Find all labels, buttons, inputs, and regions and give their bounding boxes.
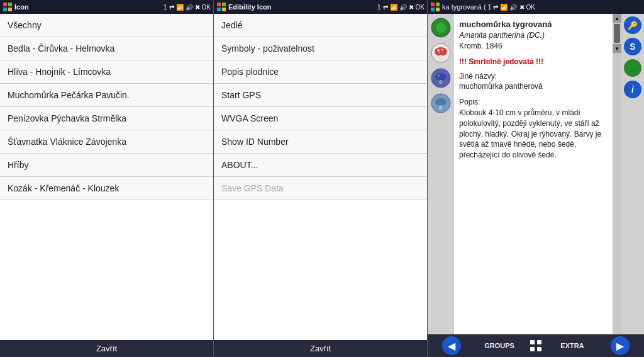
menu-item-save-gps: Save GPS Data [214, 177, 427, 200]
list-item-kozak[interactable]: Kozák - Křemenáč - Klouzek [0, 177, 213, 200]
panel-edibility: Edibility Icon 1 ⇄ 📶 🔊 ✖ OK Jedlé Symbol… [214, 0, 428, 357]
mushroom-dark-icon [431, 68, 451, 88]
list-item-muchomurka[interactable]: Muchomůrka Pečárka Pavučin. [0, 84, 213, 107]
panel1-close-button[interactable]: Zavřít [0, 340, 213, 357]
ok-icon-1: OK [202, 4, 211, 11]
transfer-icon-1: ⇄ [169, 4, 174, 11]
detail-warning: !!! Smrtelně jedovatá !!! [459, 57, 608, 67]
panel-icon: Icon 1 ⇄ 📶 🔊 ✖ OK Všechny Bedla - Čirůvk… [0, 0, 214, 357]
menu-item-show-id[interactable]: Show ID Number [214, 130, 427, 154]
svg-rect-30 [537, 347, 541, 351]
signal-3: 1 [488, 4, 492, 11]
key-button[interactable]: 🔑 [624, 16, 641, 34]
mushroom-color-icon [431, 43, 451, 63]
cross-icon-3: ✖ [519, 4, 525, 11]
detail-alt-names: muchomůrka pantherová [459, 82, 543, 91]
menu-item-wvga[interactable]: WVGA Screen [214, 107, 427, 130]
scrollbar-up-button[interactable]: ▲ [613, 14, 621, 23]
windows-logo-2 [216, 2, 226, 12]
svg-point-21 [435, 73, 447, 81]
svg-rect-29 [530, 347, 535, 351]
ok-icon-2: OK [416, 4, 425, 11]
svg-rect-0 [3, 3, 7, 6]
menu-item-about[interactable]: ABOUT... [214, 154, 427, 177]
panel2-close-button[interactable]: Zavřít [214, 340, 427, 357]
svg-point-13 [436, 23, 446, 33]
svg-point-15 [435, 47, 447, 56]
extra-label[interactable]: EXTRA [548, 342, 596, 349]
forward-nav-button[interactable]: ▶ [596, 336, 644, 355]
ok-icon-3: OK [526, 4, 535, 11]
detail-alt-names-block: Jiné názvy: muchomůrka pantherová [459, 71, 608, 93]
info-button[interactable]: i [624, 81, 641, 98]
panel2-list: Jedlé Symboly - poživatelnost Popis plod… [214, 14, 427, 340]
svg-rect-10 [431, 8, 435, 11]
detail-name-block: muchomůrka tygrovaná Amanita pantherina … [459, 19, 608, 52]
detail-sidebar-icons: 🔑 S 🌲 i [621, 14, 644, 334]
panel2-statusbar: Edibility Icon 1 ⇄ 📶 🔊 ✖ OK [214, 0, 427, 14]
transfer-icon-3: ⇄ [493, 4, 498, 11]
cross-icon-2: ✖ [409, 4, 414, 11]
svg-rect-28 [537, 340, 541, 344]
svg-point-17 [441, 49, 443, 51]
s-button[interactable]: S [624, 38, 641, 55]
signal-2: 1 [377, 4, 381, 11]
scrollbar-thumb[interactable] [614, 24, 620, 43]
list-item-hriby[interactable]: Hříby [0, 154, 213, 177]
mushroom-grey-icon [431, 93, 451, 113]
detail-bottom-nav: ◀ GROUPS EXTRA ▶ [428, 334, 644, 357]
detail-left-icons [428, 14, 454, 334]
panel1-status-icons: 1 ⇄ 📶 🔊 ✖ OK [164, 4, 211, 11]
grid-icon[interactable] [523, 339, 548, 352]
menu-item-jedle[interactable]: Jedlé [214, 14, 427, 37]
detail-description-label: Popis: [459, 97, 608, 108]
svg-point-22 [438, 75, 440, 77]
back-arrow-icon[interactable]: ◀ [442, 336, 461, 355]
forward-arrow-icon[interactable]: ▶ [611, 336, 630, 355]
panel1-title: Icon [14, 3, 29, 11]
detail-description-block: Popis: Klobouk 4-10 cm v průměru, v mlád… [459, 97, 608, 161]
list-item-stavnatka[interactable]: Šťavnatka Vláknice Závojenka [0, 130, 213, 154]
svg-point-16 [437, 49, 440, 52]
windows-logo-3 [430, 2, 440, 12]
detail-name: muchomůrka tygrovaná [459, 19, 608, 30]
svg-rect-7 [222, 8, 226, 11]
svg-rect-9 [436, 3, 440, 6]
menu-item-gps[interactable]: Start GPS [214, 84, 427, 107]
detail-description: Klobouk 4-10 cm v průměru, v mládí polok… [459, 108, 608, 161]
wifi-icon-3: 📶 [500, 4, 508, 11]
sound-icon-1: 🔊 [186, 4, 193, 11]
svg-rect-8 [431, 3, 435, 6]
svg-rect-2 [3, 8, 7, 11]
cross-icon-1: ✖ [195, 4, 200, 11]
back-nav-button[interactable]: ◀ [428, 336, 475, 355]
green-circle-icon [431, 18, 451, 38]
menu-item-popis[interactable]: Popis plodnice [214, 60, 427, 84]
sound-icon-3: 🔊 [509, 4, 517, 11]
panel2-title: Edibility Icon [228, 3, 271, 11]
detail-alt-names-label: Jiné názvy: [459, 72, 497, 81]
svg-point-25 [435, 98, 447, 106]
detail-author: Kromb. 1846 [459, 41, 608, 52]
detail-latin: Amanita pantherina (DC.) [459, 30, 608, 41]
svg-rect-5 [222, 3, 226, 6]
list-item-hliva[interactable]: Hlíva - Hnojník - Límcovka [0, 60, 213, 84]
menu-item-symboly[interactable]: Symboly - poživatelnost [214, 37, 427, 60]
scrollbar-down-button[interactable]: ▼ [613, 44, 621, 53]
windows-logo-1 [3, 2, 13, 12]
list-item-penizovka[interactable]: Penízovka Pýchavka Strmělka [0, 107, 213, 130]
list-item-bedla[interactable]: Bedla - Čirůvka - Helmovka [0, 37, 213, 60]
tree-button[interactable]: 🌲 [624, 59, 641, 77]
panel3-statusbar: ka tygrovaná ( 1 ⇄ 📶 🔊 ✖ OK [428, 0, 644, 14]
panel-detail: ka tygrovaná ( 1 ⇄ 📶 🔊 ✖ OK [428, 0, 644, 357]
groups-label[interactable]: GROUPS [475, 342, 523, 349]
svg-rect-27 [530, 340, 535, 344]
list-item-all[interactable]: Všechny [0, 14, 213, 37]
detail-text-content: muchomůrka tygrovaná Amanita pantherina … [454, 14, 613, 334]
svg-rect-23 [439, 80, 442, 84]
wifi-icon-2: 📶 [390, 4, 397, 11]
panel1-list: Všechny Bedla - Čirůvka - Helmovka Hlíva… [0, 14, 213, 340]
detail-scrollbar[interactable]: ▲ ▼ [613, 14, 621, 334]
svg-rect-11 [436, 8, 440, 11]
svg-rect-1 [8, 3, 12, 6]
